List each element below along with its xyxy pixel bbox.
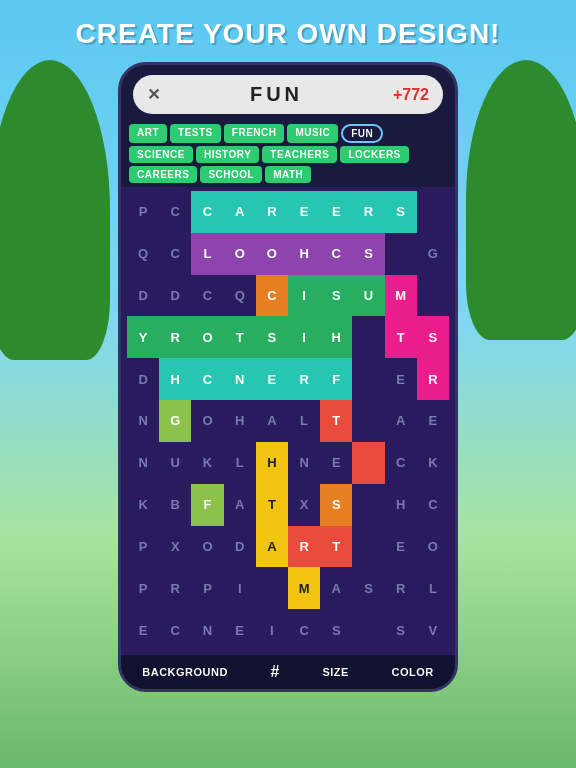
cell-0-5: E <box>288 191 320 233</box>
cell-6-4: H <box>256 442 288 484</box>
cell-9-6: A <box>320 567 352 609</box>
cell-7-9: C <box>417 484 449 526</box>
cell-2-3: Q <box>224 275 256 317</box>
cell-5-2: O <box>191 400 223 442</box>
score-display: +772 <box>393 86 429 104</box>
toolbar-hash[interactable]: # <box>270 663 279 681</box>
cell-3-4: S <box>256 316 288 358</box>
chip-art[interactable]: ART <box>129 124 167 143</box>
cell-7-2: F <box>191 484 223 526</box>
cell-4-5: R <box>288 358 320 400</box>
cell-7-7 <box>352 484 384 526</box>
cell-4-0: D <box>127 358 159 400</box>
chip-math[interactable]: MATH <box>265 166 311 183</box>
cell-8-2: O <box>191 526 223 568</box>
cell-1-1: C <box>159 233 191 275</box>
cell-9-1: R <box>159 567 191 609</box>
cell-10-3: E <box>224 609 256 651</box>
cell-10-5: C <box>288 609 320 651</box>
cell-7-4: T <box>256 484 288 526</box>
cell-4-3: N <box>224 358 256 400</box>
cell-3-7 <box>352 316 384 358</box>
cell-3-5: I <box>288 316 320 358</box>
cell-10-9: V <box>417 609 449 651</box>
cell-5-8: A <box>385 400 417 442</box>
cell-0-6: E <box>320 191 352 233</box>
cell-5-5: L <box>288 400 320 442</box>
cell-5-6: T <box>320 400 352 442</box>
close-button[interactable]: ✕ <box>147 85 160 104</box>
cell-2-8: M <box>385 275 417 317</box>
cell-0-4: R <box>256 191 288 233</box>
cell-8-8: E <box>385 526 417 568</box>
toolbar-color[interactable]: COLOR <box>391 666 433 678</box>
search-bar: ✕ FUN +772 <box>133 75 443 114</box>
cell-2-4: C <box>256 275 288 317</box>
cell-4-1: H <box>159 358 191 400</box>
chip-fun[interactable]: FUN <box>341 124 383 143</box>
cell-6-2: K <box>191 442 223 484</box>
cell-10-1: C <box>159 609 191 651</box>
cell-9-5: M <box>288 567 320 609</box>
cell-4-6: F <box>320 358 352 400</box>
cell-9-3: I <box>224 567 256 609</box>
chip-teachers[interactable]: TEACHERS <box>262 146 337 163</box>
word-grid: P C C A R E E R S Q C L O O H C S G D D … <box>121 187 455 655</box>
cell-8-1: X <box>159 526 191 568</box>
page-title: CREATE YOUR OWN DESIGN! <box>76 18 501 50</box>
cell-7-3: A <box>224 484 256 526</box>
cell-5-1: G <box>159 400 191 442</box>
cell-0-1: C <box>159 191 191 233</box>
chip-careers[interactable]: CAREERS <box>129 166 197 183</box>
cell-0-9 <box>417 191 449 233</box>
toolbar-background[interactable]: BACKGROUND <box>142 666 228 678</box>
cell-5-7 <box>352 400 384 442</box>
cell-9-7: S <box>352 567 384 609</box>
cell-9-9: L <box>417 567 449 609</box>
cell-1-2: L <box>191 233 223 275</box>
cell-7-5: X <box>288 484 320 526</box>
toolbar-size[interactable]: SIZE <box>322 666 348 678</box>
chip-music[interactable]: MUSIC <box>287 124 338 143</box>
chip-tests[interactable]: TESTS <box>170 124 221 143</box>
cell-3-2: O <box>191 316 223 358</box>
cell-1-3: O <box>224 233 256 275</box>
chip-french[interactable]: FRENCH <box>224 124 285 143</box>
cell-10-7 <box>352 609 384 651</box>
cell-1-6: C <box>320 233 352 275</box>
bg-tree-left <box>0 60 110 360</box>
chip-science[interactable]: SCIENCE <box>129 146 193 163</box>
cell-5-3: H <box>224 400 256 442</box>
cell-6-5: N <box>288 442 320 484</box>
cell-1-5: H <box>288 233 320 275</box>
chip-history[interactable]: HISTORY <box>196 146 259 163</box>
cell-5-4: A <box>256 400 288 442</box>
cell-7-1: B <box>159 484 191 526</box>
cell-1-9: G <box>417 233 449 275</box>
cell-0-7: R <box>352 191 384 233</box>
cell-1-8 <box>385 233 417 275</box>
cell-2-0: D <box>127 275 159 317</box>
cell-9-8: R <box>385 567 417 609</box>
cell-3-0: Y <box>127 316 159 358</box>
cell-10-2: N <box>191 609 223 651</box>
cell-1-0: Q <box>127 233 159 275</box>
cell-8-4: A <box>256 526 288 568</box>
cell-0-3: A <box>224 191 256 233</box>
cell-4-9: R <box>417 358 449 400</box>
bg-tree-right <box>466 60 576 340</box>
cell-6-1: U <box>159 442 191 484</box>
cell-8-0: P <box>127 526 159 568</box>
cell-9-0: P <box>127 567 159 609</box>
toolbar: BACKGROUND # SIZE COLOR <box>121 655 455 689</box>
cell-0-0: P <box>127 191 159 233</box>
cell-3-8: T <box>385 316 417 358</box>
chip-lockers[interactable]: LOCKERS <box>340 146 408 163</box>
cell-2-9 <box>417 275 449 317</box>
cell-8-5: R <box>288 526 320 568</box>
cell-2-2: C <box>191 275 223 317</box>
cell-6-8: C <box>385 442 417 484</box>
cell-2-5: I <box>288 275 320 317</box>
cell-0-8: S <box>385 191 417 233</box>
chip-school[interactable]: SCHOOL <box>200 166 262 183</box>
